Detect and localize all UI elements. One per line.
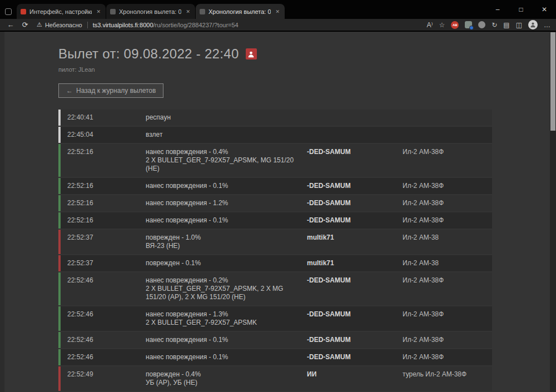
log-event: нанес повреждения - 0.2%2 X BULLET_GER_7… bbox=[146, 276, 307, 301]
address-divider bbox=[87, 22, 88, 28]
extension-icon[interactable] bbox=[478, 21, 485, 28]
log-opponent: multik71 bbox=[307, 259, 403, 267]
tab-close-icon[interactable]: ✕ bbox=[274, 8, 281, 16]
log-opponent: ИИ bbox=[307, 370, 403, 379]
history-icon[interactable]: ↻ bbox=[492, 21, 497, 29]
settings-menu-icon[interactable]: … bbox=[544, 21, 550, 29]
log-time: 22:52:46 bbox=[61, 353, 146, 361]
collections-icon[interactable]: ▤ bbox=[503, 21, 509, 29]
sortie-log-page: Вылет от: 09.08.2022 - 22:40 пилот: JLea… bbox=[0, 32, 556, 392]
log-row: 22:45:04 взлет bbox=[58, 127, 492, 143]
notification-dot bbox=[469, 26, 474, 30]
log-row: 22:52:16 нанес повреждения - 0.1% -DED-S… bbox=[58, 212, 492, 229]
log-aircraft: Ил-2 АМ-38Ф bbox=[403, 336, 485, 344]
log-time: 22:40:41 bbox=[61, 113, 146, 122]
split-screen-icon[interactable]: ◫ bbox=[516, 21, 522, 29]
log-event: нанес повреждения - 0.1% bbox=[146, 353, 307, 361]
page-title: Вылет от: 09.08.2022 - 22:40 bbox=[58, 46, 492, 62]
log-event: поврежден - 1.0%ВЯ-23 (HE) bbox=[146, 234, 307, 250]
log-opponent: -DED-SAMUM bbox=[307, 310, 403, 319]
log-time: 22:52:16 bbox=[61, 182, 146, 190]
log-row: 22:52:49 поврежден - 0.4%УБ (AP), УБ (HE… bbox=[58, 366, 492, 391]
log-aircraft: Ил-2 АМ-38Ф bbox=[403, 199, 485, 207]
security-label[interactable]: Небезопасно bbox=[45, 22, 82, 28]
log-aircraft: Ил-2 АМ-38 bbox=[403, 234, 485, 242]
refresh-icon[interactable]: ⟳ bbox=[18, 21, 32, 29]
log-aircraft: Ил-2 АМ-38Ф bbox=[403, 216, 485, 225]
adblock-extension-icon[interactable]: AB bbox=[451, 21, 459, 29]
log-time: 22:52:49 bbox=[61, 370, 146, 379]
tab-close-icon[interactable]: ✕ bbox=[95, 8, 102, 16]
tab-actions-icon[interactable] bbox=[0, 4, 17, 19]
read-aloud-icon[interactable]: A⁾ bbox=[427, 21, 433, 29]
log-row: 22:52:37 поврежден - 0.1% multik71 Ил-2 … bbox=[58, 255, 492, 271]
profile-avatar[interactable] bbox=[528, 20, 538, 29]
content-container: Вылет от: 09.08.2022 - 22:40 пилот: JLea… bbox=[58, 32, 492, 392]
page-title-text: Вылет от: 09.08.2022 - 22:40 bbox=[58, 46, 239, 62]
add-favorite-icon[interactable]: ☆ bbox=[439, 21, 445, 29]
log-event: нанес повреждения - 0.1% bbox=[146, 182, 307, 190]
log-row: 22:52:16 нанес повреждения - 0.4%2 X BUL… bbox=[58, 144, 492, 177]
browser-tab[interactable]: Интерфейс, настройки управле ✕ bbox=[17, 4, 106, 19]
browser-tab[interactable]: Хронология вылета: 09.08.2022 ✕ bbox=[196, 4, 285, 19]
log-row: 22:52:46 нанес повреждения - 0.1% -DED-S… bbox=[58, 349, 492, 365]
log-opponent: -DED-SAMUM bbox=[307, 276, 403, 285]
back-button-label: Назад к журналу вылетов bbox=[76, 87, 156, 95]
log-event: респаун bbox=[146, 113, 307, 122]
log-time: 22:52:46 bbox=[61, 310, 146, 319]
tab-actions-glyph bbox=[5, 8, 12, 15]
log-time: 22:52:46 bbox=[61, 336, 146, 344]
tab-bar: Интерфейс, настройки управле ✕ Хронологи… bbox=[0, 0, 556, 19]
log-time: 22:52:16 bbox=[61, 199, 146, 207]
browser-tab[interactable]: Хронология вылета: 09.08.2022 ✕ bbox=[106, 4, 195, 19]
log-event: нанес повреждения - 1.2% bbox=[146, 199, 307, 207]
log-event: взлет bbox=[146, 131, 307, 139]
log-aircraft: Ил-2 АМ-38Ф bbox=[403, 148, 485, 156]
log-time: 22:45:04 bbox=[61, 131, 146, 139]
log-row: 22:52:16 нанес повреждения - 1.2% -DED-S… bbox=[58, 195, 492, 211]
back-to-journal-button[interactable]: ←Назад к журналу вылетов bbox=[58, 83, 163, 98]
page-scrollbar[interactable] bbox=[550, 32, 556, 392]
minimize-button[interactable]: – bbox=[486, 0, 509, 19]
log-opponent: -DED-SAMUM bbox=[307, 182, 403, 190]
tab-title: Интерфейс, настройки управле bbox=[29, 8, 92, 15]
log-event: нанес повреждения - 0.1% bbox=[146, 336, 307, 344]
avatar-person-icon bbox=[530, 22, 536, 28]
log-row: 22:52:37 поврежден - 1.0%ВЯ-23 (HE) mult… bbox=[58, 230, 492, 254]
log-row: 22:52:46 нанес повреждения - 1.3%2 X BUL… bbox=[58, 306, 492, 331]
log-aircraft: Ил-2 АМ-38Ф bbox=[403, 182, 485, 190]
log-aircraft: Ил-2 АМ-38 bbox=[403, 259, 485, 267]
close-button[interactable]: ✕ bbox=[533, 0, 556, 19]
back-icon[interactable]: ← bbox=[3, 21, 18, 29]
pilot-label: пилот: JLean bbox=[58, 66, 492, 73]
log-opponent: -DED-SAMUM bbox=[307, 199, 403, 207]
dead-pilot-badge-icon bbox=[246, 48, 257, 59]
log-opponent: -DED-SAMUM bbox=[307, 336, 403, 344]
url-host[interactable]: ts3.virtualpilots.fi:8000 bbox=[93, 22, 153, 28]
log-aircraft: Ил-2 АМ-38Ф bbox=[403, 353, 485, 361]
log-row: 22:52:16 нанес повреждения - 0.1% -DED-S… bbox=[58, 178, 492, 194]
navigation-bar: ← ⟳ ⚠ Небезопасно ts3.virtualpilots.fi:8… bbox=[0, 19, 556, 31]
scrollbar-thumb[interactable] bbox=[550, 32, 555, 131]
url-path[interactable]: /ru/sortie/log/2884237/?tour=54 bbox=[153, 22, 239, 28]
log-time: 22:52:37 bbox=[61, 234, 146, 242]
log-row: 22:52:46 нанес повреждения - 0.1% -DED-S… bbox=[58, 332, 492, 348]
tab-favicon-icon bbox=[21, 9, 26, 14]
log-row: 22:40:41 респаун bbox=[58, 110, 492, 126]
log-opponent: -DED-SAMUM bbox=[307, 353, 403, 361]
tab-close-icon[interactable]: ✕ bbox=[185, 8, 191, 16]
log-row: 22:52:46 нанес повреждения - 0.2%2 X BUL… bbox=[58, 272, 492, 305]
site-warning-icon[interactable]: ⚠ bbox=[37, 21, 42, 28]
log-event: нанес повреждения - 0.4%2 X BULLET_GER_7… bbox=[146, 148, 307, 173]
address-bar[interactable]: ⚠ Небезопасно ts3.virtualpilots.fi:8000/… bbox=[37, 21, 423, 28]
log-event: нанес повреждения - 0.1% bbox=[146, 216, 307, 225]
log-aircraft: Ил-2 АМ-38Ф bbox=[403, 276, 485, 285]
maximize-button[interactable]: □ bbox=[509, 0, 533, 19]
log-aircraft: турель Ил-2 АМ-38Ф bbox=[403, 370, 485, 379]
log-aircraft: Ил-2 АМ-38Ф bbox=[403, 310, 485, 319]
sortie-log-table: 22:40:41 респаун 22:45:04 взлет 22:52:16… bbox=[58, 110, 492, 392]
tab-favicon-icon bbox=[200, 9, 205, 14]
log-time: 22:52:37 bbox=[61, 259, 146, 267]
log-time: 22:52:16 bbox=[61, 148, 146, 156]
extension-badge-icon[interactable] bbox=[465, 21, 472, 28]
